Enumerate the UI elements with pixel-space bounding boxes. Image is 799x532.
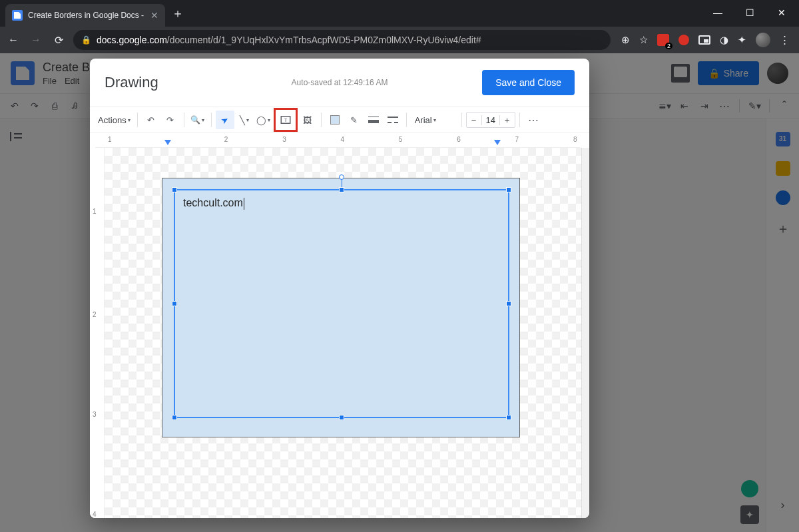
shape-tool[interactable]	[254, 111, 273, 129]
resize-handle-tm[interactable]	[339, 187, 344, 192]
canvas-scrollbar[interactable]	[581, 148, 589, 518]
bookmark-star-icon[interactable]: ☆	[639, 34, 648, 46]
url-text: docs.google.com/document/d/1_9YUqHxlXvYm…	[97, 35, 481, 45]
search-icon[interactable]: ⊕	[621, 34, 630, 46]
text-cursor	[244, 198, 244, 210]
browser-address-bar: ← → ⟳ 🔒 docs.google.com/document/d/1_9YU…	[0, 27, 799, 53]
nav-reload-button[interactable]: ⟳	[51, 34, 67, 47]
resize-handle-tr[interactable]	[506, 187, 511, 192]
resize-handle-ml[interactable]	[172, 301, 177, 306]
font-family-menu[interactable]: Arial	[411, 111, 457, 129]
ruler-tick: 2	[93, 311, 97, 318]
ruler-tick: 2	[224, 136, 228, 143]
window-controls: ― ☐ ✕	[703, 3, 799, 23]
ruler-left-marker[interactable]	[164, 140, 171, 145]
font-size-decrease[interactable]: −	[467, 115, 481, 125]
window-close-button[interactable]: ✕	[767, 3, 796, 23]
ruler-tick: 3	[282, 136, 286, 143]
ruler-right-marker[interactable]	[494, 140, 501, 145]
selected-textbox[interactable]: techcult.com	[174, 189, 509, 418]
resize-handle-mr[interactable]	[506, 301, 511, 306]
tab-title: Create Borders in Google Docs -	[28, 11, 145, 20]
address-bar-actions: ⊕ ☆ 2 ◑ ✦ ⋮	[617, 33, 794, 47]
extension-adblock-icon[interactable]	[678, 35, 689, 45]
extension-generic-icon[interactable]: ◑	[720, 34, 728, 46]
browser-titlebar: Create Borders in Google Docs - ✕ ＋ ― ☐ …	[0, 0, 799, 27]
chrome-menu-icon[interactable]: ⋮	[780, 34, 790, 46]
resize-handle-bl[interactable]	[172, 415, 177, 420]
svg-text:T: T	[284, 117, 287, 123]
ruler-tick: 6	[457, 136, 461, 143]
drawing-canvas[interactable]: techcult.com	[105, 148, 581, 518]
autosave-status: Auto-saved at 12:49:16 AM	[292, 78, 388, 87]
nav-forward-button[interactable]: →	[28, 34, 44, 46]
ruler-tick: 3	[93, 411, 97, 418]
redo-button[interactable]	[161, 111, 180, 129]
textbox-text[interactable]: techcult.com	[183, 197, 244, 210]
ruler-tick: 5	[399, 136, 403, 143]
zoom-menu[interactable]	[188, 111, 207, 129]
border-dash-icon	[388, 117, 398, 123]
undo-button[interactable]	[142, 111, 160, 129]
extension-todoist-icon[interactable]: 2	[657, 34, 669, 46]
border-weight-button[interactable]	[364, 111, 383, 129]
drawing-toolbar: Actions T Arial − 14 +	[90, 107, 589, 133]
drawing-header: Drawing Auto-saved at 12:49:16 AM Save a…	[90, 59, 589, 107]
resize-handle-tl[interactable]	[172, 187, 177, 192]
actions-menu[interactable]: Actions	[95, 111, 133, 129]
border-dash-button[interactable]	[384, 111, 402, 129]
textbox-tool[interactable]: T	[276, 111, 295, 129]
save-and-close-button[interactable]: Save and Close	[482, 70, 575, 95]
browser-tab[interactable]: Create Borders in Google Docs - ✕	[5, 4, 165, 27]
new-tab-button[interactable]: ＋	[165, 3, 190, 24]
line-tool[interactable]	[235, 111, 254, 129]
pip-icon[interactable]	[698, 35, 710, 45]
window-maximize-button[interactable]: ☐	[735, 3, 764, 23]
nav-back-button[interactable]: ←	[5, 34, 21, 46]
horizontal-ruler[interactable]: 1 2 3 4 5 6 7 8	[95, 133, 580, 148]
lock-icon: 🔒	[81, 35, 91, 45]
drawing-canvas-wrap: 1 2 3 4 5 6 7 8 1 2 3 4	[90, 133, 589, 518]
extensions-puzzle-icon[interactable]: ✦	[738, 34, 746, 46]
font-size-value[interactable]: 14	[481, 115, 500, 125]
image-tool[interactable]	[298, 111, 317, 129]
fill-color-icon	[330, 115, 340, 125]
drawing-modal: Drawing Auto-saved at 12:49:16 AM Save a…	[90, 59, 589, 518]
resize-handle-br[interactable]	[506, 415, 511, 420]
fill-color-button[interactable]	[326, 111, 344, 129]
ruler-tick: 1	[93, 207, 97, 214]
drawing-title: Drawing	[105, 74, 158, 91]
resize-handle-bm[interactable]	[339, 415, 344, 420]
vertical-ruler[interactable]: 1 2 3 4	[90, 148, 105, 518]
ruler-tick: 1	[108, 136, 112, 143]
ruler-tick: 4	[93, 511, 97, 518]
profile-avatar-icon[interactable]	[756, 33, 770, 47]
window-minimize-button[interactable]: ―	[703, 3, 732, 23]
omnibox[interactable]: 🔒 docs.google.com/document/d/1_9YUqHxlXv…	[73, 30, 611, 50]
border-weight-icon	[368, 117, 379, 123]
ruler-tick: 4	[340, 136, 344, 143]
textbox-tool-highlight: T	[274, 108, 298, 132]
rotation-handle[interactable]	[339, 174, 344, 180]
font-size-control: − 14 +	[466, 112, 515, 128]
select-tool[interactable]	[216, 111, 234, 129]
font-size-increase[interactable]: +	[500, 115, 515, 125]
border-color-button[interactable]	[345, 111, 364, 129]
docs-favicon-icon	[12, 10, 23, 21]
tab-close-icon[interactable]: ✕	[150, 10, 158, 21]
ruler-tick: 7	[515, 136, 519, 143]
more-options-button[interactable]	[524, 111, 543, 129]
ruler-tick: 8	[573, 136, 577, 143]
